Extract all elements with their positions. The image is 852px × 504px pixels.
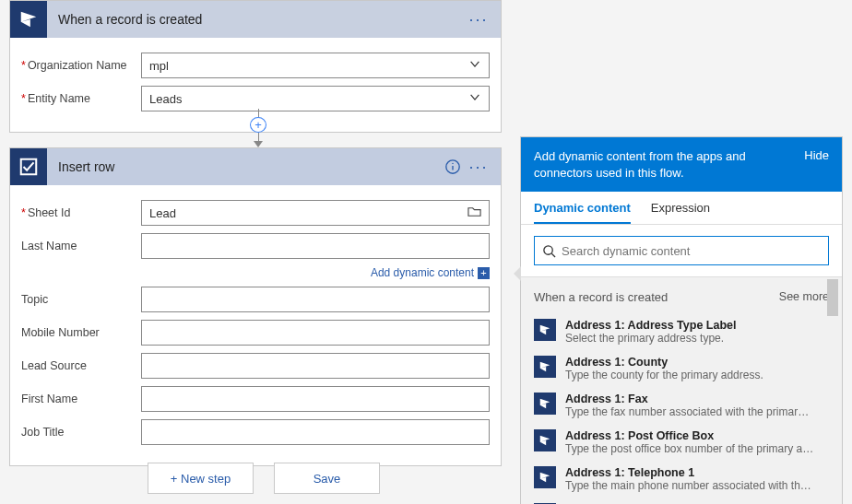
smartsheet-icon: [10, 148, 47, 185]
action-card: Insert row ··· Sheet Id Lead Last Name A…: [9, 147, 502, 466]
item-title: Address 1: Telephone 1: [565, 466, 829, 479]
action-header[interactable]: Insert row ···: [10, 148, 501, 185]
entity-name-select[interactable]: Leads: [141, 86, 490, 111]
dynamics-icon: [534, 393, 556, 415]
dynamic-content-item[interactable]: Address 1: Post Office BoxType the post …: [521, 424, 842, 461]
hide-panel-button[interactable]: Hide: [804, 148, 829, 162]
sheet-id-value: Lead: [149, 206, 176, 220]
sheet-id-label: Sheet Id: [21, 206, 141, 219]
dynamic-content-item[interactable]: Address 1: Telephone 2: [521, 498, 842, 504]
item-desc: Select the primary address type.: [565, 332, 814, 345]
panel-body: When a record is created See more Addres…: [521, 277, 842, 504]
panel-header: Add dynamic content from the apps and co…: [521, 137, 842, 192]
dynamics-icon: [10, 1, 47, 38]
trigger-title: When a record is created: [58, 12, 466, 27]
save-button[interactable]: Save: [274, 463, 380, 494]
jobtitle-input[interactable]: [141, 419, 490, 445]
firstname-input[interactable]: [141, 386, 490, 412]
mobile-label: Mobile Number: [21, 326, 141, 339]
chevron-down-icon: [468, 58, 481, 74]
dynamic-content-item[interactable]: Address 1: FaxType the fax number associ…: [521, 387, 842, 424]
action-title: Insert row: [58, 159, 440, 174]
svg-point-2: [452, 163, 453, 164]
chevron-down-icon: [468, 91, 481, 107]
dynamic-content-panel: Add dynamic content from the apps and co…: [520, 136, 843, 504]
item-desc: Type the post office box number of the p…: [565, 442, 814, 455]
dynamic-content-item[interactable]: Address 1: CountyType the county for the…: [521, 350, 842, 387]
org-name-label: Organization Name: [21, 59, 141, 72]
lastname-input[interactable]: [141, 233, 490, 259]
panel-tabs: Dynamic content Expression: [521, 192, 842, 225]
entity-name-label: Entity Name: [21, 92, 141, 105]
sheet-id-input[interactable]: Lead: [141, 200, 490, 226]
svg-line-4: [551, 253, 555, 257]
panel-search-wrap: [521, 225, 842, 277]
panel-header-text: Add dynamic content from the apps and co…: [534, 148, 804, 181]
add-step-inline-button[interactable]: +: [250, 117, 266, 133]
search-icon: [542, 244, 556, 258]
action-body: Sheet Id Lead Last Name Add dynamic cont…: [10, 185, 501, 465]
org-name-value: mpl: [149, 59, 169, 73]
dynamic-content-item[interactable]: Address 1: Telephone 1Type the main phon…: [521, 461, 842, 498]
see-more-link[interactable]: See more: [779, 290, 829, 304]
trigger-menu-button[interactable]: ···: [466, 6, 491, 32]
dynamics-icon: [534, 319, 556, 341]
svg-point-3: [544, 245, 552, 253]
topic-input[interactable]: [141, 287, 490, 312]
jobtitle-label: Job Title: [21, 426, 141, 439]
trigger-header[interactable]: When a record is created ···: [10, 1, 501, 38]
firstname-label: First Name: [21, 393, 141, 405]
footer-actions: + New step Save: [148, 463, 380, 494]
leadsource-input[interactable]: [141, 353, 490, 379]
mobile-input[interactable]: [141, 320, 490, 346]
action-menu-button[interactable]: ···: [466, 154, 491, 180]
search-input[interactable]: [562, 237, 821, 264]
item-title: Address 1: Post Office Box: [565, 429, 829, 442]
new-step-button[interactable]: + New step: [148, 463, 254, 494]
topic-label: Topic: [21, 293, 141, 306]
panel-section-title: When a record is created: [534, 290, 668, 304]
scrollbar-thumb[interactable]: [827, 279, 838, 316]
org-name-select[interactable]: mpl: [141, 53, 490, 78]
tab-dynamic-content[interactable]: Dynamic content: [534, 201, 631, 224]
item-title: Address 1: Fax: [565, 393, 829, 405]
info-icon[interactable]: [440, 154, 466, 180]
dynamics-icon: [534, 466, 556, 488]
trigger-card: When a record is created ··· Organizatio…: [9, 0, 502, 133]
leadsource-label: Lead Source: [21, 359, 141, 372]
dynamics-icon: [534, 429, 556, 451]
tab-expression[interactable]: Expression: [651, 201, 710, 224]
dynamics-icon: [534, 356, 556, 378]
item-desc: Type the main phone number associated wi…: [565, 479, 814, 492]
panel-pointer: [514, 266, 521, 281]
add-dynamic-content-link[interactable]: Add dynamic content +: [21, 266, 490, 279]
item-title: Address 1: County: [565, 356, 829, 369]
dynamic-content-item[interactable]: Address 1: Address Type LabelSelect the …: [521, 313, 842, 350]
scrollbar[interactable]: [827, 277, 840, 504]
item-desc: Type the fax number associated with the …: [565, 405, 814, 418]
folder-icon[interactable]: [467, 206, 481, 220]
entity-name-value: Leads: [149, 92, 182, 106]
panel-search[interactable]: [534, 236, 829, 265]
item-desc: Type the county for the primary address.: [565, 369, 814, 381]
lastname-label: Last Name: [21, 240, 141, 252]
item-title: Address 1: Address Type Label: [565, 319, 829, 332]
plus-badge-icon: +: [478, 267, 490, 279]
